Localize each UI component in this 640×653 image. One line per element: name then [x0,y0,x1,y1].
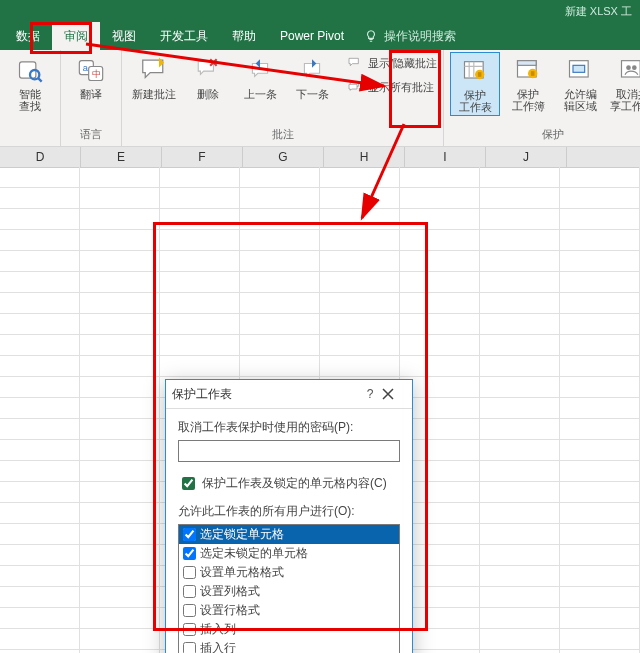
permission-item[interactable]: 插入列 [179,620,399,639]
group-language: a中 翻译 语言 [61,50,122,146]
tab-help[interactable]: 帮助 [220,22,268,50]
grid-row[interactable] [0,356,640,377]
group-comments: 新建批注 删除 上一条 下一条 显示/隐藏批注 [122,50,444,146]
show-hide-comment-icon [346,54,364,72]
allow-edit-ranges-button[interactable]: 允许编 辑区域 [556,52,604,114]
worksheet-grid[interactable]: DEFGHIJ 保护工作表 ? 取消工作表保护时使用的密码(P): 保护工作表及… [0,147,640,653]
new-comment-button[interactable]: 新建批注 [128,52,180,102]
delete-comment-button[interactable]: 删除 [184,52,232,102]
column-header[interactable]: H [324,147,405,167]
dialog-help-button[interactable]: ? [358,387,382,401]
permission-checkbox[interactable] [183,604,196,617]
protect-sheet-button[interactable]: 保护 工作表 [450,52,500,116]
svg-text:a: a [83,63,89,73]
permission-checkbox[interactable] [183,585,196,598]
svg-point-16 [626,65,631,70]
smart-lookup-label: 智能 查找 [19,88,41,112]
permission-checkbox[interactable] [183,623,196,636]
delete-comment-label: 删除 [197,88,219,100]
tab-view[interactable]: 视图 [100,22,148,50]
permission-checkbox[interactable] [183,528,196,541]
workbook-name: 新建 XLSX 工 [565,5,632,17]
permission-label: 设置单元格格式 [200,564,284,581]
protect-contents-checkbox-input[interactable] [182,477,195,490]
show-hide-comment-button[interactable]: 显示/隐藏批注 [346,52,437,74]
svg-rect-10 [518,61,537,66]
smart-lookup-icon [14,54,46,86]
svg-point-17 [632,65,637,70]
tab-data[interactable]: 数据 [4,22,52,50]
svg-text:中: 中 [92,69,101,79]
permission-label: 设置列格式 [200,583,260,600]
column-header[interactable]: D [0,147,81,167]
grid-row[interactable] [0,272,640,293]
grid-row[interactable] [0,230,640,251]
grid-row[interactable] [0,314,640,335]
tab-review[interactable]: 审阅 [52,22,100,50]
next-comment-label: 下一条 [296,88,329,100]
column-header[interactable]: E [81,147,162,167]
grid-row[interactable] [0,188,640,209]
grid-row[interactable] [0,335,640,356]
dialog-close-button[interactable] [382,388,406,400]
column-header[interactable]: F [162,147,243,167]
new-comment-icon [138,54,170,86]
grid-row[interactable] [0,293,640,314]
permission-checkbox[interactable] [183,566,196,579]
permission-item[interactable]: 选定未锁定的单元格 [179,544,399,563]
tab-powerpivot[interactable]: Power Pivot [268,22,356,50]
grid-row[interactable] [0,167,640,188]
column-header[interactable]: G [243,147,324,167]
unshare-workbook-label: 取消共 享工作簿 [610,88,640,112]
unshare-workbook-button[interactable]: 取消共 享工作簿 [608,52,640,114]
permission-item[interactable]: 选定锁定单元格 [179,525,399,544]
grid-row[interactable] [0,209,640,230]
title-bar: 新建 XLSX 工 [0,0,640,22]
permission-checkbox[interactable] [183,642,196,653]
svg-rect-14 [573,65,585,72]
grid-row[interactable] [0,251,640,272]
protect-sheet-icon [459,55,491,87]
dialog-title: 保护工作表 [172,386,358,403]
smart-lookup-button[interactable]: 智能 查找 [6,52,54,114]
bulb-icon [364,29,378,43]
permission-label: 设置行格式 [200,602,260,619]
translate-button[interactable]: a中 翻译 [67,52,115,102]
column-header[interactable]: I [405,147,486,167]
tell-me-label: 操作说明搜索 [384,28,456,45]
permission-item[interactable]: 设置单元格格式 [179,563,399,582]
permission-checkbox[interactable] [183,547,196,560]
permissions-list[interactable]: 选定锁定单元格选定未锁定的单元格设置单元格格式设置列格式设置行格式插入列插入行插… [178,524,400,653]
protect-contents-checkbox[interactable]: 保护工作表及锁定的单元格内容(C) [178,474,400,493]
group-accessibility: 智能 查找 [0,50,61,146]
permission-label: 插入行 [200,640,236,653]
protect-contents-checkbox-label: 保护工作表及锁定的单元格内容(C) [202,475,387,492]
group-comments-label: 批注 [128,125,437,146]
prev-comment-icon [244,54,276,86]
unshare-workbook-icon [616,54,640,86]
group-accessibility-label [6,140,54,146]
permission-item[interactable]: 插入行 [179,639,399,653]
svg-rect-8 [478,72,482,77]
dialog-titlebar: 保护工作表 ? [166,380,412,409]
permission-item[interactable]: 设置行格式 [179,601,399,620]
protect-workbook-icon [512,54,544,86]
permission-item[interactable]: 设置列格式 [179,582,399,601]
group-language-label: 语言 [67,125,115,146]
password-input[interactable] [178,440,400,462]
prev-comment-button[interactable]: 上一条 [236,52,284,102]
show-hide-comment-label: 显示/隐藏批注 [368,56,437,71]
permissions-label: 允许此工作表的所有用户进行(O): [178,503,400,520]
protect-workbook-button[interactable]: 保护 工作簿 [504,52,552,114]
show-all-comments-button[interactable]: 显示所有批注 [346,76,437,98]
ribbon-tabs: 数据 审阅 视图 开发工具 帮助 Power Pivot 操作说明搜索 [0,22,640,50]
protect-workbook-label: 保护 工作簿 [512,88,545,112]
protect-sheet-label: 保护 工作表 [459,89,492,113]
permission-label: 选定锁定单元格 [200,526,284,543]
next-comment-button[interactable]: 下一条 [288,52,336,102]
close-icon [382,388,394,400]
column-header[interactable]: J [486,147,567,167]
tab-dev[interactable]: 开发工具 [148,22,220,50]
tell-me[interactable]: 操作说明搜索 [364,28,456,45]
prev-comment-label: 上一条 [244,88,277,100]
